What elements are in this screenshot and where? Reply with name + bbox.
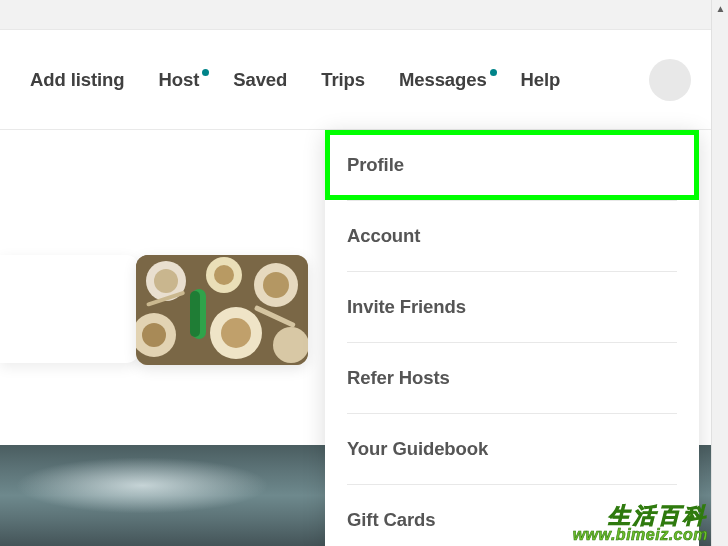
- scroll-up-arrow-icon[interactable]: ▲: [712, 0, 728, 17]
- menu-item-label: Account: [347, 225, 420, 246]
- nav-messages[interactable]: Messages: [399, 69, 487, 91]
- nav-saved[interactable]: Saved: [233, 69, 287, 91]
- svg-point-10: [221, 318, 251, 348]
- watermark-title: 生活百科: [573, 505, 708, 527]
- vertical-scrollbar[interactable]: ▲: [711, 0, 728, 546]
- carousel-card-prev[interactable]: [0, 255, 140, 363]
- notification-dot-icon: [490, 69, 497, 76]
- menu-item-profile[interactable]: Profile: [325, 130, 699, 200]
- nav-help[interactable]: Help: [521, 69, 561, 91]
- menu-item-invite-friends[interactable]: Invite Friends: [325, 272, 699, 342]
- nav-label: Add listing: [30, 69, 124, 90]
- nav-label: Saved: [233, 69, 287, 90]
- menu-item-refer-hosts[interactable]: Refer Hosts: [325, 343, 699, 413]
- profile-dropdown-menu: Profile Account Invite Friends Refer Hos…: [325, 130, 699, 546]
- svg-point-8: [142, 323, 166, 347]
- avatar[interactable]: [649, 59, 691, 101]
- svg-rect-13: [190, 291, 200, 337]
- nav-host[interactable]: Host: [158, 69, 199, 91]
- svg-point-11: [273, 327, 308, 363]
- nav-label: Help: [521, 69, 561, 90]
- nav-add-listing[interactable]: Add listing: [30, 69, 124, 91]
- menu-item-label: Your Guidebook: [347, 438, 488, 459]
- notification-dot-icon: [202, 69, 209, 76]
- menu-item-label: Gift Cards: [347, 509, 435, 530]
- nav-label: Messages: [399, 69, 487, 90]
- menu-item-label: Refer Hosts: [347, 367, 450, 388]
- menu-item-label: Profile: [347, 154, 404, 175]
- main-navigation: Add listing Host Saved Trips Messages He…: [0, 30, 711, 130]
- watermark-url: www.bimeiz.com: [573, 527, 708, 543]
- menu-item-account[interactable]: Account: [325, 201, 699, 271]
- nav-trips[interactable]: Trips: [321, 69, 365, 91]
- watermark: 生活百科 www.bimeiz.com: [573, 505, 708, 543]
- svg-point-6: [263, 272, 289, 298]
- menu-item-your-guidebook[interactable]: Your Guidebook: [325, 414, 699, 484]
- svg-point-2: [154, 269, 178, 293]
- menu-item-label: Invite Friends: [347, 296, 466, 317]
- nav-label: Host: [158, 69, 199, 90]
- carousel-card-food[interactable]: [136, 255, 308, 365]
- nav-label: Trips: [321, 69, 365, 90]
- browser-top-strip: [0, 0, 711, 30]
- svg-point-4: [214, 265, 234, 285]
